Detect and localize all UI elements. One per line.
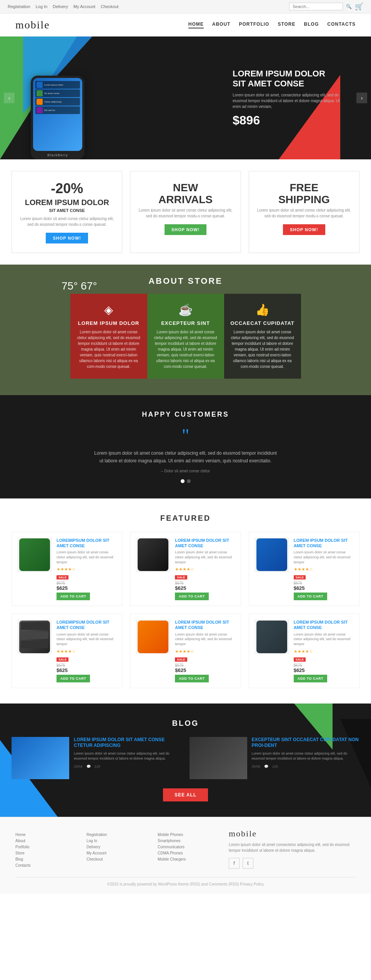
blog-comments-icon-1: 💬 (87, 765, 91, 768)
footer-link-myaccount[interactable]: My Account (87, 851, 150, 855)
product-thumb-2 (136, 538, 170, 572)
footer-social: f t (229, 858, 356, 869)
hero-phone-screen: Lorem ipsum dolor Sit amet conse Ctetur … (33, 78, 82, 151)
footer-link-store[interactable]: Store (15, 851, 79, 855)
topbar-myaccount[interactable]: My Account (73, 4, 95, 9)
add-to-cart-5[interactable]: ADD TO CART (175, 675, 208, 682)
facebook-button[interactable]: f (229, 858, 240, 869)
hero-content: LOREM IPSUM DOLOR SIT AMET CONSE Lorem i… (233, 69, 340, 127)
add-to-cart-6[interactable]: ADD TO CART (294, 675, 327, 682)
blog-comments-1: 129 (95, 765, 100, 768)
footer-link-smartphones[interactable]: Smartphones (158, 839, 221, 843)
dot-1[interactable] (181, 479, 185, 483)
product-desc-2: Lorem ipsum dolor sit amet conse ctetur … (175, 550, 235, 564)
promo-shop-now-1[interactable]: SHOP NOW! (46, 233, 88, 243)
nav-store[interactable]: STORE (278, 22, 295, 28)
about-card-2: ☕ EXCEPTEUR SINT Lorem ipsum dolor sit a… (147, 294, 224, 379)
dot-2[interactable] (187, 479, 191, 483)
add-to-cart-1[interactable]: ADD TO CART (57, 593, 90, 600)
product-title-3: LOREM IPSUM DOLOR SIT AMET CONSE (294, 538, 354, 549)
topbar-login[interactable]: Log In (36, 4, 48, 9)
blog-post-title-2: EXCEPTEUR SINT OCCAECAT CUPI-DATAT NON P… (252, 737, 360, 749)
footer-link-cdma[interactable]: CDMA Phones (158, 851, 221, 855)
footer-link-checkout[interactable]: Checkout (87, 857, 150, 861)
product-desc-3: Lorem ipsum dolor sit amet conse ctetur … (294, 550, 354, 564)
search-input[interactable] (289, 3, 343, 10)
footer-link-contacts[interactable]: Contacts (15, 863, 79, 867)
product-title-5: LOREM IPSUM DOLOR SIT AMET CONSE (175, 619, 235, 631)
footer-link-delivery[interactable]: Delivery (87, 845, 150, 849)
hero-title: LOREM IPSUM DOLOR SIT AMET CONSE (233, 69, 340, 89)
see-all-button[interactable]: SEE ALL (163, 788, 208, 801)
product-price-new-4: $625 (57, 667, 116, 673)
topbar-registration[interactable]: Registration (8, 4, 30, 9)
footer-link-chargers[interactable]: Mobile Chargers (158, 857, 221, 861)
hero-prev-button[interactable]: ‹ (4, 93, 15, 103)
hero-price: $896 (233, 113, 340, 127)
blog-thumb-2 (190, 737, 247, 779)
cart-icon[interactable]: 🛒 (355, 2, 363, 11)
promo-shop-now-3[interactable]: SHOP NOW! (283, 224, 325, 235)
footer-brand-text: Lorem ipsum dolor sit amet consectetur a… (229, 842, 356, 853)
footer-link-about[interactable]: About (15, 839, 79, 843)
add-to-cart-3[interactable]: ADD TO CART (294, 593, 327, 600)
about-card-title-3: OCCAECAT CUPIDATAT (230, 320, 295, 326)
product-stars-6: ★★★★☆ (294, 649, 354, 654)
hero-phone-brand: BlackBerry (33, 153, 82, 157)
promo-discount: -20% (20, 180, 114, 197)
about-title: ABOUT STORE (0, 265, 371, 294)
nav-blog[interactable]: BLOG (304, 22, 319, 28)
hero-phone: Lorem ipsum dolor Sit amet conse Ctetur … (31, 76, 85, 159)
twitter-button[interactable]: t (243, 858, 253, 869)
product-card-5: LOREM IPSUM DOLOR SIT AMET CONSE Lorem i… (130, 614, 241, 688)
footer-link-communicators[interactable]: Communicators (158, 845, 221, 849)
blog-card-1: LOREM IPSUM DOLOR SIT AMET CONSE CTETUR … (12, 737, 182, 779)
hero-next-button[interactable]: › (356, 93, 367, 103)
add-to-cart-2[interactable]: ADD TO CART (175, 593, 208, 600)
copyright-text: ©2015 is proudly powered by WordPress th… (107, 882, 264, 886)
topbar-delivery[interactable]: Delivery (53, 4, 68, 9)
blog-title: BLOG (12, 719, 359, 728)
footer-link-home[interactable]: Home (15, 833, 79, 837)
product-info-6: LOREM IPSUM DOLOR SIT AMET CONSE Lorem i… (294, 619, 354, 682)
about-card-icon-1: ◈ (77, 303, 141, 316)
nav-portfolio[interactable]: PORTFOLIO (239, 22, 269, 28)
product-stars-1: ★★★★☆ (57, 567, 116, 572)
about-card-3: 👍 OCCAECAT CUPIDATAT Lorem ipsum dolor s… (224, 294, 301, 379)
footer-link-blog[interactable]: Blog (15, 857, 79, 861)
promo-subtitle-1: SIT AMET CONSE (20, 208, 114, 213)
footer-link-mobile-phones[interactable]: Mobile Phones (158, 833, 221, 837)
product-stars-3: ★★★★☆ (294, 567, 354, 572)
blog-comments-icon-2: 💬 (264, 765, 268, 768)
blog-grid: LOREM IPSUM DOLOR SIT AMET CONSE CTETUR … (12, 737, 359, 779)
nav-contacts[interactable]: CONTACTS (327, 22, 356, 28)
top-bar-right: 🔍 🛒 (289, 2, 363, 11)
promo-shop-now-2[interactable]: SHOP NOW! (165, 224, 207, 235)
footer-col-products: Mobile Phones Smartphones Communicators … (158, 829, 221, 869)
add-to-cart-4[interactable]: ADD TO CART (57, 675, 90, 682)
nav-about[interactable]: ABOUT (212, 22, 231, 28)
testimonials-title: HAPPY CUSTOMERS (23, 411, 348, 419)
product-sale-badge-6: SALE (294, 657, 306, 662)
footer-link-login[interactable]: Log In (87, 839, 150, 843)
product-price-new-2: $625 (175, 585, 235, 591)
hero-phone-device: Lorem ipsum dolor Sit amet conse Ctetur … (31, 76, 85, 159)
about-card-title-1: LOREM IPSUM DOLOR (77, 320, 141, 326)
promo-section: -20% LOREM IPSUM DOLOR SIT AMET CONSE Lo… (0, 159, 371, 265)
search-icon[interactable]: 🔍 (346, 4, 352, 9)
topbar-checkout[interactable]: Checkout (101, 4, 118, 9)
products-grid: LOREMIPSUM DOLOR SIT AMET CONSE Lorem ip… (12, 532, 359, 688)
promo-box-2: NEW ARRIVALS Lorem ipsum dolor sit amet … (130, 171, 241, 253)
product-price-new-5: $625 (175, 667, 235, 673)
logo[interactable]: mobile (15, 19, 50, 31)
footer-link-registration[interactable]: Registration (87, 833, 150, 837)
footer: Home About Portfolio Store Blog Contacts… (0, 817, 371, 894)
testimonials-section: HAPPY CUSTOMERS " Lorem ipsum dolor sit … (0, 395, 371, 498)
about-card-text-2: Lorem ipsum dolor sit amet conse ctetur … (153, 329, 218, 369)
footer-link-portfolio[interactable]: Portfolio (15, 845, 79, 849)
testimonial-text: Lorem ipsum dolor sit amet conse ctetur … (93, 449, 278, 465)
testimonial-author: – Dolor sit amet conse ctetur (23, 469, 348, 473)
about-card-icon-2: ☕ (153, 303, 218, 316)
product-price-new-3: $625 (294, 585, 354, 591)
nav-home[interactable]: HOME (188, 22, 204, 28)
